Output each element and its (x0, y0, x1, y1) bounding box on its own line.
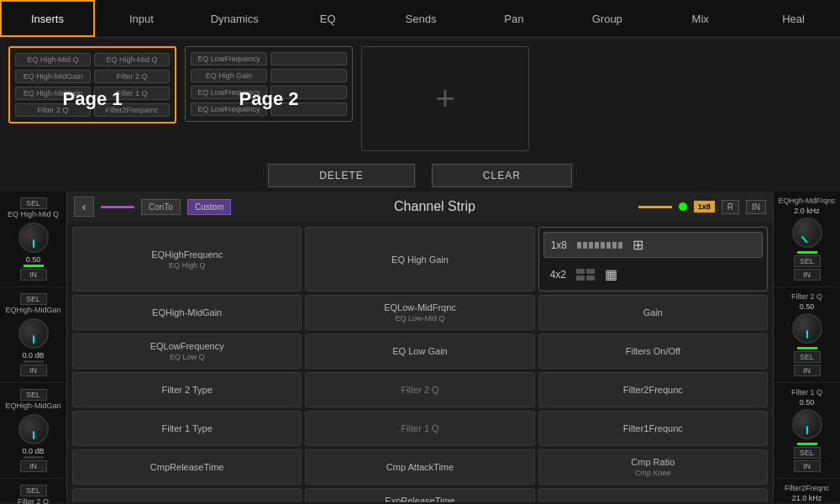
left-knob-0[interactable] (18, 223, 49, 253)
layout-popup: 1x8 ⊞ 4x (538, 227, 768, 291)
page1-cell-1[interactable]: EQ High-Mid Q (94, 53, 170, 66)
grid-ExpReleaseTime[interactable]: ExpReleaseTime Exp Hold Time (305, 488, 534, 502)
grid-Filter1Frequnc[interactable]: Filter1Frequnc (538, 411, 768, 446)
right-knob-2[interactable] (792, 409, 822, 439)
right-bar-0 (797, 251, 817, 254)
right-in-1[interactable]: IN (794, 365, 821, 376)
right-strip-item-0: EQHgh-MdFrqnc 2.0 kHz SEL IN (774, 192, 840, 287)
left-knob-1[interactable] (18, 318, 49, 349)
page1-cell-5[interactable]: Filter 1 Q (94, 87, 170, 100)
left-in-1[interactable]: IN (20, 365, 47, 376)
grid-EQHighMidGain[interactable]: EQHigh-MidGain (72, 295, 302, 330)
r-button[interactable]: R (722, 200, 739, 214)
grid-EQLowGain[interactable]: EQ Low Gain (305, 333, 534, 369)
left-bar-2 (24, 456, 44, 459)
grid-ExpAttackTime[interactable]: Exp AttackTime (538, 488, 768, 502)
left-strip-item-0: SEL EQ High-Mid Q 0.50 IN (0, 192, 66, 287)
nav-pan[interactable]: Pan (467, 0, 560, 37)
right-val-1: 0.50 (800, 302, 815, 311)
grid-Filter2Type[interactable]: Filter 2 Type (72, 372, 302, 407)
layout-option-4x2[interactable]: 4x2 ▦ (543, 262, 763, 286)
nav-left-arrow[interactable]: ‹ (74, 197, 94, 217)
action-row: DELETE CLEAR (0, 160, 840, 192)
channel-strip-title: Channel Strip (238, 199, 631, 214)
grid-Filter2Q[interactable]: Filter 2 Q (305, 372, 534, 407)
delete-button[interactable]: DELETE (268, 164, 415, 187)
right-val-0: 2.0 kHz (794, 207, 820, 215)
page1-cell-6[interactable]: Filter 2 Q (15, 103, 91, 117)
left-in-0[interactable]: IN (20, 269, 47, 281)
custom-button[interactable]: Custom (187, 199, 231, 215)
green-indicator (679, 202, 687, 211)
right-in-0[interactable]: IN (794, 269, 821, 281)
page2-cell-5[interactable] (270, 86, 347, 99)
page2-cell-7[interactable] (270, 102, 347, 116)
grid-FiltersOnOff[interactable]: Filters On/Off (538, 333, 768, 369)
grid-Filter1Q[interactable]: Filter 1 Q (305, 411, 534, 446)
left-in-2[interactable]: IN (20, 460, 47, 472)
layout-icon-1x8 (577, 242, 622, 249)
nav-dynamics[interactable]: Dynamics (188, 0, 281, 37)
right-knob-0[interactable] (792, 218, 822, 248)
nav-input[interactable]: Input (95, 0, 188, 37)
grid-Filter2Frequnc[interactable]: Filter2Frequnc (538, 372, 768, 407)
clear-button[interactable]: CLEAR (432, 164, 572, 187)
page1-cell-3[interactable]: Filter 2 Q (94, 70, 170, 83)
right-strip: EQHgh-MdFrqnc 2.0 kHz SEL IN Filter 2 Q … (773, 192, 840, 502)
right-sel-0[interactable]: SEL (794, 255, 821, 267)
ctrl-button[interactable]: ConTo (141, 199, 181, 215)
page2-box[interactable]: EQ LowFrequency EQ High Gain EQ LowFrequ… (185, 46, 353, 122)
page2-cell-6[interactable]: EQ LowFrequency (191, 102, 267, 116)
nav-eq[interactable]: EQ (281, 0, 375, 37)
page2-cell-1[interactable] (270, 52, 347, 66)
right-strip-item-1: Filter 2 Q 0.50 SEL IN (774, 287, 840, 383)
grid-EQLowMidFrqnc[interactable]: EQLow-MidFrqnc EQ Low-Mid Q (305, 295, 534, 330)
grid-gain-placeholder[interactable]: Gain (538, 295, 768, 330)
left-val-0: 0.50 (26, 255, 41, 264)
grid-EQHighGain[interactable]: EQ High Gain (305, 227, 534, 291)
left-knob-2[interactable] (18, 414, 49, 444)
right-knob-1[interactable] (792, 313, 822, 344)
grid-CmpRatio[interactable]: Cmp Ratio Cmp Knee (538, 449, 768, 485)
left-sel-2[interactable]: SEL (20, 389, 47, 401)
left-bar-1 (24, 360, 44, 363)
left-strip-item-3: SEL Filter 2 Q 0.50 IN (0, 479, 66, 504)
right-val-3: 21.0 kHz (792, 494, 822, 502)
center-panel: ‹ ConTo Custom Channel Strip 1x8 R IN EQ… (67, 192, 773, 502)
grid-CmpAttackTime[interactable]: Cmp AttackTime (305, 449, 534, 485)
grid-CmpThreshold[interactable]: Cmp Threshold (72, 488, 302, 502)
grid-CmpReleaseTime[interactable]: CmpReleaseTime (72, 449, 302, 485)
right-strip-item-3: Filter2Freqnc 21.0 kHz SEL IN (774, 479, 840, 504)
left-sel-3[interactable]: SEL (20, 485, 47, 496)
page1-cell-7[interactable]: Filter2Frequenc (94, 103, 170, 117)
left-name-2: EQHigh-MidGan (5, 402, 60, 410)
grid-EQLowFrequency[interactable]: EQLowFrequency EQ Low Q (72, 333, 302, 369)
top-nav: Inserts Input Dynamics EQ Sends Pan Grou… (0, 0, 840, 38)
in-button[interactable]: IN (746, 200, 766, 214)
page1-box[interactable]: EQ High-Mid Q EQ High-Mid Q EQ High-MidG… (8, 46, 176, 123)
nav-heal[interactable]: Heal (747, 0, 840, 37)
page1-cell-4[interactable]: EQ High-MidGain (15, 87, 91, 100)
right-name-3: Filter2Freqnc (785, 484, 829, 492)
nav-mix[interactable]: Mix (654, 0, 747, 37)
right-sel-1[interactable]: SEL (794, 351, 821, 363)
page1-cell-0[interactable]: EQ High-Mid Q (15, 53, 91, 66)
left-bar-0 (24, 265, 44, 267)
layout-option-1x8[interactable]: 1x8 ⊞ (543, 232, 763, 258)
page2-cell-4[interactable]: EQ LowFrequency (191, 86, 267, 99)
nav-sends[interactable]: Sends (375, 0, 468, 37)
layout-badge[interactable]: 1x8 (694, 201, 715, 213)
left-sel-1[interactable]: SEL (20, 293, 47, 305)
left-sel-0[interactable]: SEL (20, 197, 47, 209)
right-sel-2[interactable]: SEL (794, 447, 821, 459)
nav-group[interactable]: Group (560, 0, 654, 37)
add-page-button[interactable]: + (361, 46, 529, 151)
nav-inserts[interactable]: Inserts (0, 0, 95, 37)
right-in-2[interactable]: IN (794, 460, 821, 472)
page2-cell-3[interactable] (270, 69, 347, 82)
page2-cell-2[interactable]: EQ High Gain (191, 69, 267, 82)
grid-Filter1Type[interactable]: Filter 1 Type (72, 411, 302, 446)
grid-EQHighFrequenc[interactable]: EQHighFrequenc EQ High Q (72, 227, 302, 291)
page2-cell-0[interactable]: EQ LowFrequency (191, 52, 267, 66)
page1-cell-2[interactable]: EQ High-MidGain (15, 70, 91, 83)
